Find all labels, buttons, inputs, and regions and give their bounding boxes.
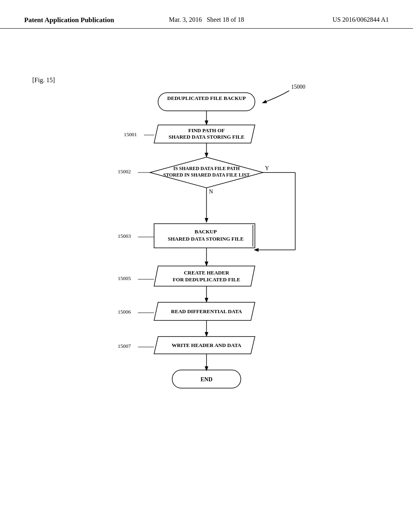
label-N: N — [209, 189, 213, 195]
ref-15002: 15002 — [118, 168, 131, 175]
ref-15006: 15006 — [118, 309, 131, 315]
node-15003-label2: SHARED DATA STORING FILE — [168, 236, 244, 242]
node-15002-label2: STORED IN SHARED DATA FILE LIST — [163, 172, 250, 178]
flowchart-svg: 15000 DEDUPLICATED FILE BACKUP 15001 FIN… — [65, 64, 348, 500]
ref-15005: 15005 — [118, 275, 131, 281]
node-15003-label1: BACKUP — [195, 229, 217, 235]
node-15005-label1: CREATE HEADER — [184, 270, 229, 276]
node-15005 — [154, 266, 255, 286]
ref-15003: 15003 — [118, 233, 131, 239]
node-15006-label: READ DIFFERENTIAL DATA — [171, 308, 242, 314]
ref-15000: 15000 — [291, 84, 305, 90]
flowchart-diagram: 15000 DEDUPLICATED FILE BACKUP 15001 FIN… — [0, 64, 413, 532]
node-15005-label2: FOR DEDUPLICATED FILE — [173, 276, 240, 283]
ref-15007: 15007 — [118, 343, 131, 349]
ref-15001: 15001 — [124, 131, 137, 137]
label-Y: Y — [265, 165, 269, 171]
publication-date: Mar. 3, 2016 Sheet 18 of 18 — [146, 16, 267, 23]
node-start-label: DEDUPLICATED FILE BACKUP — [167, 95, 246, 101]
ref-arrow-15000 — [263, 91, 289, 103]
page-header: Patent Application Publication Mar. 3, 2… — [0, 0, 413, 29]
node-15001-label2: SHARED DATA STORING FILE — [169, 134, 244, 140]
node-15001-label1: FIND PATH OF — [188, 127, 225, 133]
node-end-label: END — [200, 376, 213, 382]
patent-number: US 2016/0062844 A1 — [267, 16, 389, 23]
publication-title: Patent Application Publication — [24, 16, 146, 24]
node-15007-label: WRITE HEADER AND DATA — [172, 342, 242, 348]
node-15002-label1: IS SHARED DATA FILE PATH — [173, 166, 240, 171]
